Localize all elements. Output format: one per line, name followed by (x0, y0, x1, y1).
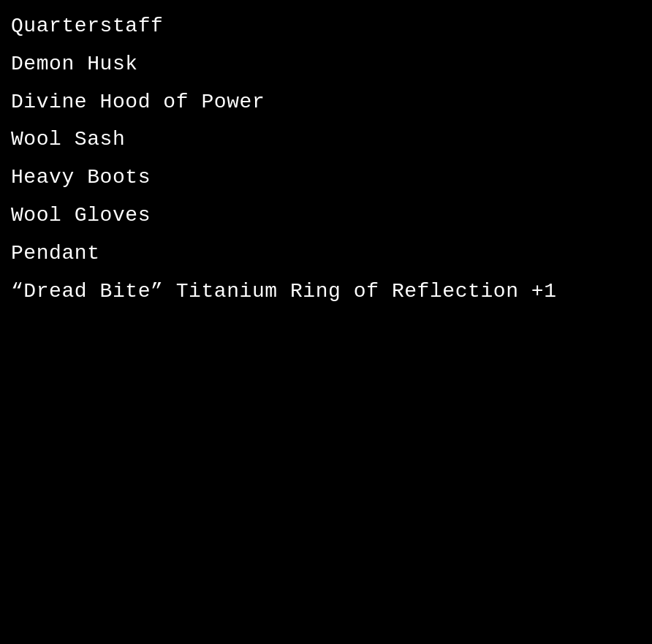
list-item-wool-gloves[interactable]: Wool Gloves (11, 197, 641, 235)
list-item-dread-bite-ring[interactable]: “Dread Bite” Titanium Ring of Reflection… (11, 273, 641, 311)
list-item-heavy-boots[interactable]: Heavy Boots (11, 159, 641, 197)
list-item-pendant[interactable]: Pendant (11, 235, 641, 273)
list-item-quarterstaff[interactable]: Quarterstaff (11, 7, 641, 45)
list-item-divine-hood-of-power[interactable]: Divine Hood of Power (11, 83, 641, 121)
list-item-demon-husk[interactable]: Demon Husk (11, 45, 641, 83)
item-list: QuarterstaffDemon HuskDivine Hood of Pow… (0, 0, 652, 317)
list-item-wool-sash[interactable]: Wool Sash (11, 121, 641, 159)
